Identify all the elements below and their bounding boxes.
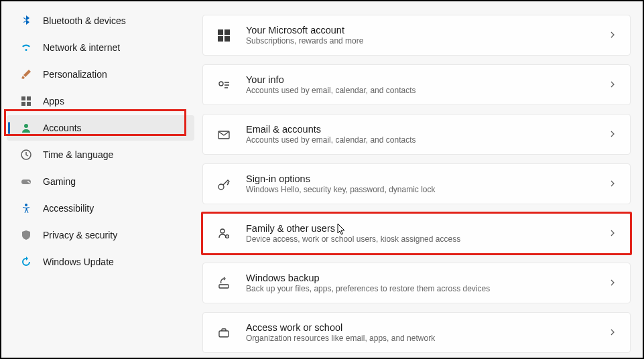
card-text: Windows backup Back up your files, apps,… [246,273,594,293]
card-text: Family & other users Device access, work… [246,223,594,244]
bluetooth-icon [20,15,32,27]
sidebar-item-personalization[interactable]: Personalization [7,62,194,87]
card-subtitle: Accounts used by email, calendar, and co… [246,135,594,145]
accessibility-icon [20,202,32,214]
svg-rect-11 [224,29,230,35]
card-title: Access work or school [246,322,594,333]
content-pane: Your Microsoft account Subscriptions, re… [200,1,643,358]
update-icon [20,256,32,268]
card-text: Sign-in options Windows Hello, security … [246,173,594,194]
svg-rect-0 [21,96,25,100]
svg-point-8 [29,182,30,184]
card-title: Your info [246,74,594,85]
sidebar-item-label: Personalization [43,69,107,80]
card-email-accounts[interactable]: Email & accounts Accounts used by email,… [202,114,631,155]
svg-point-7 [27,181,29,182]
chevron-right-icon [608,178,617,190]
card-title: Your Microsoft account [246,25,594,35]
mail-icon [216,127,231,142]
card-text: Your info Accounts used by email, calend… [246,74,594,95]
card-your-info[interactable]: Your info Accounts used by email, calend… [202,64,631,105]
card-subtitle: Back up your files, apps, preferences to… [246,284,594,293]
svg-point-9 [25,204,27,206]
sidebar-item-accessibility[interactable]: Accessibility [7,196,194,221]
person-icon [20,122,32,134]
briefcase-icon [216,326,231,340]
wifi-icon [20,42,32,54]
card-sign-in-options[interactable]: Sign-in options Windows Hello, security … [202,163,631,204]
svg-rect-1 [27,96,31,100]
svg-rect-6 [21,180,31,184]
svg-rect-13 [224,36,230,42]
sidebar-item-update[interactable]: Windows Update [7,249,194,275]
key-icon [216,177,231,192]
sidebar-item-accounts[interactable]: Accounts [7,115,194,141]
chevron-right-icon [608,79,617,91]
card-subtitle: Device access, work or school users, kio… [246,234,594,244]
shield-icon [20,229,32,241]
svg-rect-10 [218,29,223,35]
clock-icon [20,149,32,161]
id-icon [216,78,231,92]
sidebar-item-bluetooth[interactable]: Bluetooth & devices [7,8,194,33]
sidebar-item-label: Bluetooth & devices [43,15,126,26]
sidebar-item-label: Accounts [43,123,82,133]
svg-rect-19 [219,285,229,288]
family-icon [216,226,231,241]
backup-icon [216,276,231,291]
svg-point-4 [24,124,28,128]
sidebar-item-privacy[interactable]: Privacy & security [7,222,194,248]
svg-rect-12 [218,36,223,42]
svg-rect-3 [27,102,31,106]
card-family-other-users[interactable]: Family & other users Device access, work… [202,213,631,254]
sidebar-item-apps[interactable]: Apps [7,88,194,114]
gamepad-icon [20,175,32,188]
card-microsoft-account[interactable]: Your Microsoft account Subscriptions, re… [202,15,631,56]
sidebar-item-label: Privacy & security [43,230,117,240]
sidebar-item-label: Accessibility [43,203,94,214]
svg-rect-20 [219,331,229,337]
card-text: Email & accounts Accounts used by email,… [246,124,594,145]
brush-icon [20,68,32,80]
svg-point-17 [220,229,224,233]
chevron-right-icon [608,228,617,240]
card-title: Sign-in options [246,173,594,184]
card-title: Family & other users [246,223,594,234]
sidebar-item-label: Network & internet [43,42,120,53]
svg-point-16 [218,184,224,190]
card-subtitle: Windows Hello, security key, password, d… [246,185,594,194]
card-subtitle: Subscriptions, rewards and more [246,36,594,46]
card-windows-backup[interactable]: Windows backup Back up your files, apps,… [202,263,631,303]
chevron-right-icon [608,277,617,289]
card-title: Windows backup [246,273,594,283]
chevron-right-icon [608,327,617,339]
card-title: Email & accounts [246,124,594,135]
chevron-right-icon [608,129,617,141]
card-subtitle: Accounts used by email, calendar, and co… [246,86,594,95]
card-text: Your Microsoft account Subscriptions, re… [246,25,594,46]
card-subtitle: Organization resources like email, apps,… [246,334,594,343]
sidebar-item-label: Windows Update [43,257,114,267]
card-text: Access work or school Organization resou… [246,322,594,343]
sidebar-item-network[interactable]: Network & internet [7,35,194,60]
svg-point-14 [219,82,223,86]
microsoft-icon [216,28,231,43]
sidebar-item-label: Gaming [43,176,76,187]
card-work-school[interactable]: Access work or school Organization resou… [202,312,631,353]
svg-rect-2 [21,102,25,106]
sidebar-item-label: Time & language [43,149,113,160]
sidebar-item-time[interactable]: Time & language [7,142,194,167]
sidebar-item-gaming[interactable]: Gaming [7,169,194,194]
apps-icon [20,95,32,107]
sidebar-item-label: Apps [43,96,64,106]
chevron-right-icon [608,29,617,42]
sidebar-nav: Bluetooth & devices Network & internet P… [1,1,200,358]
